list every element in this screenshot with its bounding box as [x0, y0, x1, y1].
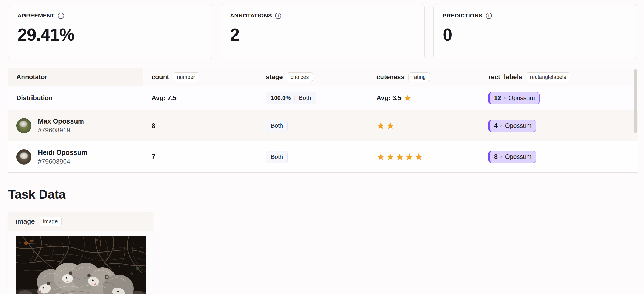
cuteness-average: Avg: 3.5: [376, 94, 401, 102]
times-icon: ×: [500, 123, 503, 128]
stage-badge: Both: [266, 120, 288, 132]
predictions-label: PREDICTIONS: [443, 12, 483, 19]
rect-label-badge: 12 × Opossum: [488, 92, 540, 104]
annotations-label: ANNOTATIONS: [230, 12, 272, 19]
annotators-table: Annotator count number stage choices cut…: [8, 68, 638, 173]
agreement-value: 29.41%: [17, 25, 203, 45]
annotator-row-heidi[interactable]: Heidi Opossum #79608904 7 Both ★★★★★ 8 ×…: [8, 141, 638, 172]
annotator-name: Max Opossum: [38, 117, 84, 125]
annotations-value: 2: [230, 25, 415, 45]
annotator-id: #79608919: [38, 127, 84, 134]
rating-stars: ★★★★★: [376, 151, 424, 163]
rect-label-badge: 8 × Opossum: [488, 151, 536, 163]
column-header-stage: stage choices: [257, 68, 368, 86]
predictions-value: 0: [443, 25, 628, 45]
task-image-card-header: image image: [8, 212, 153, 231]
distribution-label: Distribution: [16, 94, 53, 102]
image-type-tag: image: [39, 217, 62, 226]
annotations-card: ANNOTATIONS i 2: [221, 4, 425, 59]
column-header-cuteness: cuteness rating: [368, 68, 480, 86]
image-field-label: image: [16, 217, 35, 226]
info-icon[interactable]: i: [58, 13, 64, 19]
rect-label-badge: 4 × Opossum: [488, 120, 536, 132]
rating-stars: ★★: [376, 120, 396, 131]
info-icon[interactable]: i: [275, 13, 281, 19]
times-icon: ×: [504, 95, 506, 101]
times-icon: ×: [500, 154, 503, 160]
count-value: 8: [152, 122, 155, 130]
count-value: 7: [152, 153, 155, 161]
cuteness-type-tag: rating: [408, 72, 430, 82]
column-header-rect-labels: rect_labels rectanglelabels: [480, 68, 638, 86]
column-header-annotator: Annotator: [8, 68, 143, 86]
predictions-card: PREDICTIONS i 0: [433, 4, 637, 59]
annotator-id: #79608904: [38, 158, 87, 165]
count-type-tag: number: [173, 72, 199, 82]
task-image-opossums[interactable]: [16, 236, 146, 294]
column-header-count: count number: [143, 68, 257, 86]
agreement-card: AGREEMENT i 29.41%: [8, 4, 212, 59]
stage-badge: Both: [266, 151, 288, 163]
stage-type-tag: choices: [287, 72, 313, 82]
annotator-name: Heidi Opossum: [38, 149, 87, 156]
count-average: Avg: 7.5: [152, 94, 176, 102]
stage-distribution-badge: 100.0% | Both: [266, 92, 316, 104]
star-icon: ★: [404, 93, 411, 103]
distribution-row: Distribution Avg: 7.5 100.0% | Both Avg:…: [8, 86, 638, 110]
annotator-avatar: [16, 149, 31, 164]
task-image-card: image image: [8, 212, 153, 294]
stats-row: AGREEMENT i 29.41% ANNOTATIONS i 2 PREDI…: [0, 0, 644, 59]
annotator-avatar: [16, 118, 31, 133]
rect-labels-type-tag: rectanglelabels: [526, 72, 570, 82]
annotator-row-max[interactable]: Max Opossum #79608919 8 Both ★★ 4 × Opos…: [8, 110, 638, 141]
task-data-title: Task Data: [8, 187, 644, 202]
info-icon[interactable]: i: [486, 13, 492, 19]
agreement-label: AGREEMENT: [17, 12, 55, 19]
table-header-row: Annotator count number stage choices cut…: [8, 68, 638, 86]
table-scrollbar[interactable]: [634, 69, 637, 133]
